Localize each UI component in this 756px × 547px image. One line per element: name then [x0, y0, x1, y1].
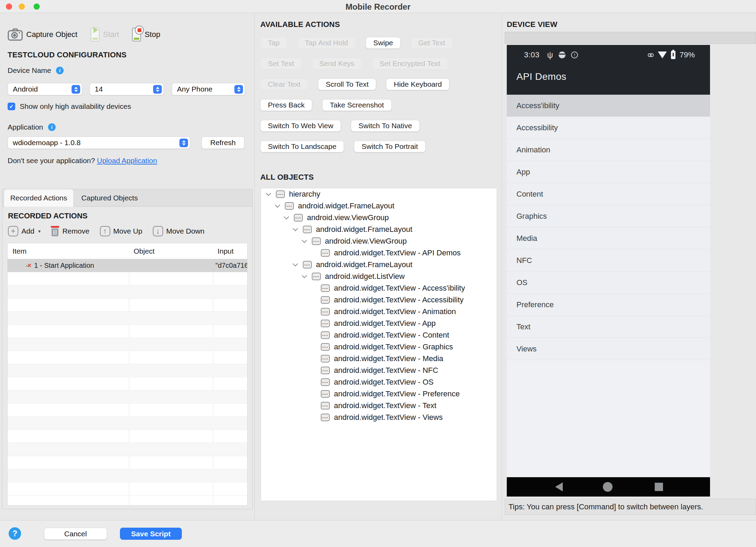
device-list-item[interactable]: NFC	[507, 249, 710, 272]
os-select[interactable]: Android	[8, 83, 82, 95]
table-row[interactable]: –×1 - Start Application"d7c0a716	[8, 259, 247, 272]
tree-node[interactable]: ···android.widget.FrameLayout	[261, 224, 497, 235]
high-availability-checkbox[interactable]: ✓	[8, 103, 15, 110]
switch-to-web-view-button[interactable]: Switch To Web View	[260, 120, 341, 132]
table-row-empty[interactable]	[8, 299, 247, 312]
column-header-object[interactable]: Object	[129, 247, 213, 255]
device-name-info-icon[interactable]: i	[56, 67, 64, 74]
recents-icon[interactable]	[655, 483, 663, 491]
table-row-empty[interactable]	[8, 482, 247, 496]
tree-node[interactable]: ···android.widget.TextView - Graphics	[261, 341, 497, 353]
scroll-to-text-button[interactable]: Scroll To Text	[318, 78, 376, 90]
table-row-empty[interactable]	[8, 430, 247, 443]
switch-to-portrait-button[interactable]: Switch To Portrait	[354, 141, 426, 152]
device-list-item[interactable]: Preference	[507, 294, 710, 316]
move-up-button[interactable]: ↑ Move Up	[100, 226, 142, 236]
table-row-empty[interactable]	[8, 469, 247, 482]
tree-node[interactable]: ···android.widget.TextView - Content	[261, 329, 497, 341]
save-script-button[interactable]: Save Script	[120, 528, 182, 540]
device-list-item[interactable]: Graphics	[507, 205, 710, 227]
tree-node[interactable]: ···android.widget.TextView - NFC	[261, 365, 497, 376]
tree-node[interactable]: ···android.widget.TextView - API Demos	[261, 247, 497, 259]
tree-node[interactable]: ···android.widget.TextView - Animation	[261, 306, 497, 318]
column-header-input[interactable]: Input	[213, 247, 247, 255]
table-row-empty[interactable]	[8, 417, 247, 430]
tree-node[interactable]: ···android.widget.TextView - Accessibili…	[261, 294, 497, 306]
application-select[interactable]: wdiodemoapp - 1.0.8	[8, 136, 190, 149]
device-screen[interactable]: 3:03 ψ ! 79% API Demos Access'ibilityAcc…	[507, 45, 710, 497]
upload-application-link[interactable]: Upload Application	[97, 157, 157, 164]
all-objects-heading: ALL OBJECTS	[260, 173, 314, 182]
table-row-empty[interactable]	[8, 351, 247, 364]
tab-captured-objects[interactable]: Captured Objects	[73, 189, 146, 207]
tab-recorded-actions[interactable]: Recorded Actions	[4, 189, 73, 207]
column-header-item[interactable]: Item	[8, 247, 129, 255]
tree-node[interactable]: ···android.widget.TextView - Preference	[261, 388, 497, 400]
table-row-empty[interactable]	[8, 338, 247, 351]
device-list-item[interactable]: Access'ibility	[507, 95, 710, 117]
table-row-empty[interactable]	[8, 312, 247, 325]
chevron-expand-icon[interactable]	[293, 226, 298, 232]
table-row-empty[interactable]	[8, 325, 247, 338]
table-row-empty[interactable]	[8, 272, 247, 285]
home-icon[interactable]	[603, 482, 613, 492]
chevron-expand-icon[interactable]	[266, 191, 271, 196]
swipe-button[interactable]: Swipe	[366, 37, 401, 49]
device-list-item[interactable]: Animation	[507, 139, 710, 161]
tree-node-label: android.widget.ListView	[325, 272, 405, 281]
device-type-select[interactable]: Any Phone	[172, 83, 245, 95]
table-row-empty[interactable]	[8, 443, 247, 456]
tree-node[interactable]: ···android.view.ViewGroup	[261, 235, 497, 247]
os-version-select[interactable]: 14	[90, 83, 164, 95]
refresh-button[interactable]: Refresh	[202, 136, 244, 149]
hide-keyboard-button[interactable]: Hide Keyboard	[386, 78, 449, 90]
capture-object-button[interactable]: Capture Object	[8, 28, 77, 41]
tree-node[interactable]: ···android.widget.TextView - Media	[261, 353, 497, 365]
tree-node-label: android.widget.TextView - Text	[334, 401, 436, 410]
tree-node[interactable]: ···android.widget.TextView - OS	[261, 376, 497, 388]
tree-node[interactable]: ···android.widget.TextView - Views	[261, 412, 497, 423]
tree-node[interactable]: ···android.widget.FrameLayout	[261, 200, 497, 212]
table-row-empty[interactable]	[8, 404, 247, 417]
device-list-item[interactable]: App	[507, 161, 710, 183]
tree-node[interactable]: ···android.widget.FrameLayout	[261, 259, 497, 271]
tree-node[interactable]: ···hierarchy	[261, 188, 497, 200]
object-node-icon: ···	[321, 367, 330, 374]
stepper-icon	[72, 85, 80, 94]
tree-node[interactable]: ···android.widget.TextView - Access'ibil…	[261, 282, 497, 294]
device-list-item[interactable]: Views	[507, 338, 710, 360]
tree-node-label: android.widget.TextView - Graphics	[334, 342, 453, 351]
device-list-item[interactable]: OS	[507, 272, 710, 294]
press-back-button[interactable]: Press Back	[260, 99, 312, 111]
add-button[interactable]: + Add ▾	[8, 226, 40, 236]
table-row-empty[interactable]	[8, 285, 247, 299]
application-info-icon[interactable]: i	[48, 123, 56, 131]
device-list-item[interactable]: Accessibility	[507, 117, 710, 139]
table-row-empty[interactable]	[8, 390, 247, 404]
tree-node[interactable]: ···android.widget.TextView - App	[261, 318, 497, 329]
back-icon[interactable]	[555, 482, 563, 491]
chevron-expand-icon[interactable]	[275, 202, 280, 208]
help-button[interactable]: ?	[9, 527, 21, 540]
switch-to-landscape-button[interactable]: Switch To Landscape	[260, 141, 344, 152]
chevron-expand-icon[interactable]	[284, 214, 289, 220]
tree-node[interactable]: ···android.widget.TextView - Text	[261, 400, 497, 412]
device-list-item[interactable]: Media	[507, 227, 710, 249]
tree-node[interactable]: ···android.widget.ListView	[261, 271, 497, 282]
cancel-button[interactable]: Cancel	[44, 528, 107, 540]
remove-button[interactable]: Remove	[51, 226, 89, 236]
device-list-item[interactable]: Content	[507, 183, 710, 205]
chevron-expand-icon[interactable]	[293, 261, 298, 267]
chevron-expand-icon[interactable]	[302, 273, 307, 279]
device-list-item[interactable]: Text	[507, 316, 710, 338]
chevron-expand-icon[interactable]	[302, 238, 307, 243]
switch-to-native-button[interactable]: Switch To Native	[351, 120, 420, 132]
move-down-button[interactable]: ↓ Move Down	[153, 226, 205, 236]
table-row-empty[interactable]	[8, 364, 247, 377]
table-row-empty[interactable]	[8, 456, 247, 469]
take-screenshot-button[interactable]: Take Screenshot	[322, 99, 391, 111]
stop-button[interactable]: Stop	[132, 28, 160, 41]
device-app-title: API Demos	[516, 71, 566, 82]
tree-node[interactable]: ···android.view.ViewGroup	[261, 212, 497, 224]
table-row-empty[interactable]	[8, 377, 247, 390]
